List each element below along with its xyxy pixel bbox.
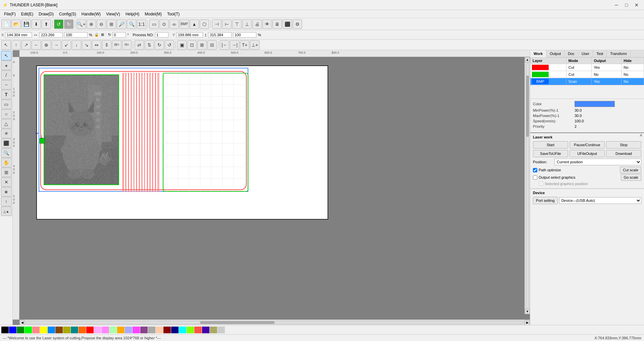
color-chip-khaki[interactable] bbox=[210, 327, 217, 333]
minimize-button[interactable]: ─ bbox=[612, 0, 621, 10]
draw-text-tool[interactable]: T bbox=[1, 90, 12, 99]
grid-display-tool[interactable]: ⊞ bbox=[1, 168, 12, 177]
angle-input[interactable] bbox=[112, 32, 126, 38]
menu-file[interactable]: File(F) bbox=[1, 11, 18, 17]
bmp-tool[interactable]: BMP bbox=[180, 19, 189, 29]
color-chip-gray[interactable] bbox=[148, 327, 155, 333]
node-tool[interactable]: ⬡ bbox=[200, 19, 209, 29]
draw-line-tool[interactable]: / bbox=[1, 70, 12, 80]
rotate-ccw[interactable]: ↺ bbox=[165, 40, 174, 50]
download-button[interactable]: Download bbox=[606, 150, 641, 157]
go-scale-button[interactable]: Go scale bbox=[621, 174, 641, 181]
align-left[interactable]: ⊣ bbox=[212, 19, 221, 29]
vscroll-down-btn[interactable]: ▼ bbox=[525, 309, 530, 314]
color-chip-darkgreen[interactable] bbox=[17, 327, 24, 333]
w-input[interactable] bbox=[39, 32, 63, 38]
redo-button[interactable]: ↻ bbox=[64, 19, 73, 29]
align-cb[interactable]: ↓ bbox=[72, 40, 81, 50]
select-tool[interactable]: ↖ bbox=[1, 51, 12, 60]
color-chip-magenta[interactable] bbox=[133, 327, 140, 333]
position-select[interactable]: Current position Absolute origin User or… bbox=[554, 159, 641, 165]
color-chip-red[interactable] bbox=[86, 327, 94, 333]
color-chip-lavender[interactable] bbox=[125, 327, 132, 333]
pan-tool[interactable]: ✋ bbox=[1, 158, 12, 167]
poly-tool[interactable]: ⌯ bbox=[169, 19, 179, 29]
trace-tool[interactable]: △▲ bbox=[1, 207, 12, 216]
color-chip-black[interactable] bbox=[1, 327, 9, 333]
align-page-t[interactable]: T+ bbox=[240, 40, 249, 50]
import-button[interactable]: ⬇ bbox=[32, 19, 41, 29]
menu-config[interactable]: Config(S) bbox=[56, 11, 79, 17]
mirror-v[interactable]: ⇅ bbox=[145, 40, 154, 50]
y-input[interactable] bbox=[176, 32, 203, 38]
color-chip-lightblue[interactable] bbox=[48, 327, 55, 333]
settings-button[interactable]: ⚙ bbox=[293, 19, 302, 29]
print-button[interactable]: 🖨 bbox=[252, 19, 262, 29]
tab-user[interactable]: User bbox=[578, 50, 593, 57]
cut-scale-button[interactable]: Cut scale bbox=[620, 167, 641, 173]
titlebar-controls[interactable]: ─ □ ✕ bbox=[612, 0, 641, 10]
dist-h[interactable]: ⇔ bbox=[92, 40, 101, 50]
color-chip-maroon[interactable] bbox=[163, 327, 171, 333]
node-edit-tool[interactable]: ◈ bbox=[1, 61, 12, 70]
pause-continue-button[interactable]: Pause/Continue bbox=[569, 141, 605, 149]
align-page-r[interactable]: →| bbox=[230, 40, 239, 50]
path-optimize-checkbox[interactable] bbox=[533, 168, 537, 172]
color-chip-yellow[interactable] bbox=[40, 327, 47, 333]
color-chip-brown[interactable] bbox=[55, 327, 63, 333]
draw-star-tool[interactable]: ✳ bbox=[1, 129, 12, 138]
selected-pos-checkbox[interactable] bbox=[539, 181, 543, 186]
process-input[interactable] bbox=[155, 32, 168, 38]
same-h[interactable]: H= bbox=[122, 40, 132, 50]
color-chip-peach[interactable] bbox=[156, 327, 163, 333]
break-btn[interactable]: ⊟ bbox=[207, 40, 217, 50]
cross-tool[interactable]: ✕ bbox=[1, 177, 12, 187]
color-chip-purple[interactable] bbox=[140, 327, 148, 333]
color-chip-navy[interactable] bbox=[171, 327, 179, 333]
export-button[interactable]: ⬆ bbox=[42, 19, 51, 29]
v-scrollbar[interactable]: ▲ ▼ bbox=[525, 57, 530, 314]
device-select[interactable]: Device---(USB:Auto) bbox=[559, 197, 641, 204]
mirror-h[interactable]: ⇄ bbox=[135, 40, 144, 50]
vscroll-thumb[interactable] bbox=[526, 75, 529, 136]
zoom-area-button[interactable]: 🔎 bbox=[117, 19, 126, 29]
zoom-in-button[interactable]: 🔍+ bbox=[77, 19, 86, 29]
undo-button[interactable]: ↺ bbox=[54, 19, 63, 29]
color-chip-silver[interactable] bbox=[217, 327, 225, 333]
ufile-output-button[interactable]: UFileOutput bbox=[569, 150, 605, 157]
rect-tool[interactable]: ▭ bbox=[149, 19, 159, 29]
open-button[interactable]: 📂 bbox=[11, 19, 21, 29]
save-button[interactable]: 💾 bbox=[21, 19, 31, 29]
tab-test[interactable]: Test bbox=[593, 50, 607, 57]
color-chip-coral[interactable] bbox=[194, 327, 202, 333]
color-chip-hotpink[interactable] bbox=[102, 327, 109, 333]
group-btn[interactable]: ▣ bbox=[177, 40, 187, 50]
zoom-tool[interactable]: 🔍 bbox=[1, 148, 12, 158]
color-chip-amber[interactable] bbox=[117, 327, 125, 333]
zoom-out-button[interactable]: ⊖ bbox=[97, 19, 106, 29]
zoom-actual-button[interactable]: 1:1 bbox=[137, 19, 146, 29]
maximize-button[interactable]: □ bbox=[622, 0, 631, 10]
output-select-checkbox[interactable] bbox=[533, 175, 537, 180]
tab-doc[interactable]: Doc bbox=[564, 50, 578, 57]
align-page-b[interactable]: ⊥+ bbox=[250, 40, 259, 50]
align-lm[interactable]: ← bbox=[32, 40, 41, 50]
menu-model[interactable]: Model(M) bbox=[142, 11, 164, 17]
align-cm[interactable]: ⊕ bbox=[42, 40, 51, 50]
combine-btn[interactable]: ⊞ bbox=[197, 40, 207, 50]
color-chip-green[interactable] bbox=[24, 327, 32, 333]
new-button[interactable]: 📄 bbox=[1, 19, 11, 29]
align-rb[interactable]: ↘ bbox=[82, 40, 91, 50]
menu-handle[interactable]: Handle(W) bbox=[79, 11, 103, 17]
color-chip-teal[interactable] bbox=[71, 327, 78, 333]
align-rm[interactable]: → bbox=[52, 40, 61, 50]
vscroll-up-btn[interactable]: ▲ bbox=[525, 57, 530, 62]
menu-edit[interactable]: Edit(E) bbox=[18, 11, 36, 17]
align-right[interactable]: ⊢ bbox=[222, 19, 232, 29]
layer-row-red[interactable]: Cut Yes No bbox=[531, 64, 644, 71]
start-button[interactable]: Start bbox=[533, 141, 568, 149]
draw-rect-tool[interactable]: ▭ bbox=[1, 100, 12, 109]
h-pct-input[interactable] bbox=[233, 32, 256, 38]
align-center-h[interactable]: ⊤ bbox=[232, 19, 242, 29]
align-center-v[interactable]: ⊥ bbox=[242, 19, 252, 29]
